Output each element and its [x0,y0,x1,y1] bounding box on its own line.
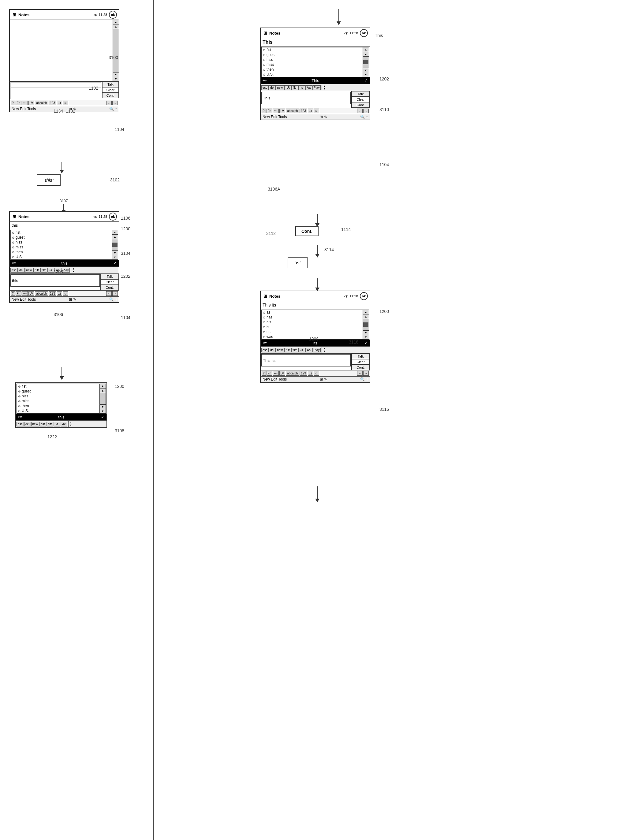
r2-scroll-up2[interactable]: ▲ [363,315,369,319]
sl-item[interactable]: ⊙U.S. [17,408,99,413]
r2-key-123[interactable]: 123 [299,371,307,376]
key-lv[interactable]: LV [28,101,35,105]
list-item[interactable]: ⊙hiss [11,240,112,245]
talk-button[interactable]: Talk [102,82,119,87]
r1-key-q[interactable]: ? [262,109,266,113]
device2r-input-box[interactable]: This its [262,354,351,367]
r1-key-smiley[interactable]: ☺ [314,109,319,113]
r1-word-text[interactable]: This [312,78,319,83]
r2-nav-arrow[interactable]: ↑ [366,377,368,381]
tb-scroll-down[interactable]: ▼ [71,270,76,273]
nav2-lock[interactable]: 🔍 [109,297,114,302]
r1-item[interactable]: ⊙hiss [262,57,362,62]
list-scroll-up[interactable]: ▲ [112,230,118,234]
device1-ok-button[interactable]: ok [109,11,117,19]
r2-filtr[interactable]: filtr [291,348,298,352]
sl-scroll-down[interactable]: ▼ [100,404,106,409]
nav-new[interactable]: New Edit Tools [12,107,36,111]
r2-item[interactable]: ⊙us [262,329,362,334]
r1-nav-grid[interactable]: ⊞ [320,115,323,119]
r2-del[interactable]: del [269,348,276,352]
r2-item[interactable]: ⊙his [262,320,362,324]
r2-scroll-dn[interactable]: ▼ [363,330,369,335]
r1-key-abc[interactable]: abcalph [286,109,299,113]
sl-tb-dn[interactable]: ▼ [69,424,73,427]
nav2-pencil[interactable]: ✎ [73,297,76,302]
r2-play[interactable]: Play [312,348,321,352]
sl-filtr[interactable]: filtr [47,422,53,426]
tb-new[interactable]: new [25,268,33,272]
clear-button-top[interactable]: Clear [102,87,119,93]
r1-scroll-dn[interactable]: ▼ [363,68,369,72]
nav-arrow-icon[interactable]: ↑ [115,107,117,111]
sl-del[interactable]: del [24,422,31,426]
sl-item[interactable]: ⊙fist [17,384,99,389]
r2-key-dots[interactable]: ••• [273,371,279,376]
tb-rut[interactable]: rUt [33,268,40,272]
scroll-down2-icon[interactable]: ▼ [113,77,119,81]
r2-clear-btn[interactable]: Clear [351,359,370,365]
scroll-up-icon[interactable]: ▲ [113,20,119,25]
sl-item[interactable]: ⊙then [17,403,99,408]
r1-aa[interactable]: Aa [306,85,312,90]
key-paren[interactable]: ..)​ [57,101,62,105]
r1-play[interactable]: Play [312,85,321,90]
r1-rut[interactable]: rUt [284,85,291,90]
list-item[interactable]: ⊙fist [11,230,112,235]
r1-item[interactable]: ⊙miss [262,62,362,67]
r1-s[interactable]: -s [298,85,305,90]
r1-talk-btn[interactable]: Talk [351,91,370,97]
key2-question[interactable]: ? [11,291,15,296]
r2-tb-dn[interactable]: ▼ [322,350,326,353]
r2-item[interactable]: ⊙as [262,310,362,315]
r1-item[interactable]: ⊙guest [262,52,362,57]
sl-item[interactable]: ⊙hiss [17,394,99,399]
r1-clear-btn[interactable]: Clear [351,97,370,102]
r2-cont-btn[interactable]: Cont. [351,365,370,370]
sl-new[interactable]: new [31,422,39,426]
r2-key-back[interactable]: ← [357,371,362,376]
r1-new[interactable]: new [276,85,284,90]
r2-key-fwd[interactable]: → [363,371,369,376]
r2-key-paren[interactable]: ..)​ [308,371,313,376]
word-input-text[interactable]: this [61,261,67,266]
r1-filtr[interactable]: filtr [291,85,298,90]
list-scroll-down[interactable]: ▼ [112,250,118,255]
nav2-grid[interactable]: ⊞ [69,297,72,302]
nav2-arrow[interactable]: ↑ [115,297,117,302]
nav-lock-icon[interactable]: 🔍 [109,107,114,111]
r1-item[interactable]: ⊙fist [262,47,362,52]
r2-s[interactable]: -s [298,348,305,352]
r1-nav-lock[interactable]: 🔍 [360,115,365,119]
list-item[interactable]: ⊙miss [11,245,112,250]
device1r-input-box[interactable]: This [262,92,351,104]
sl-word-text[interactable]: this [58,415,64,419]
key2-fn[interactable]: Fn [16,291,22,296]
r1-tb-up[interactable]: ▲ [322,85,326,88]
r1-del[interactable]: del [269,85,276,90]
list-item[interactable]: ⊙then [11,250,112,255]
r1-checkmark[interactable]: ✓ [364,78,368,83]
sl-s[interactable]: -s [54,422,60,426]
r1-key-back[interactable]: ← [357,109,362,113]
key2-dots[interactable]: ••• [22,291,28,296]
r2-rut[interactable]: rUt [284,348,291,352]
device2-ok-button[interactable]: ok [109,212,117,220]
r1-key-lv[interactable]: LV [279,109,285,113]
list-item[interactable]: ⊙U.S. [11,255,112,260]
key2-back[interactable]: ← [106,291,112,296]
key2-fwd[interactable]: → [112,291,118,296]
sl-checkmark[interactable]: ✓ [101,414,105,419]
r1-item[interactable]: ⊙then [262,67,362,72]
key2-smiley[interactable]: ☺ [63,291,68,296]
r2-talk-btn[interactable]: Talk [351,354,370,359]
r2-tb-up[interactable]: ▲ [322,347,326,350]
sl-item[interactable]: ⊙miss [17,399,99,403]
r1-key-paren[interactable]: ..)​ [308,109,313,113]
list-scroll-down2[interactable]: ▼ [112,255,118,260]
key-dots[interactable]: ••• [22,101,28,105]
talk-button-2[interactable]: Talk [101,274,119,279]
sl-item[interactable]: ⊙guest [17,389,99,394]
sl-rut[interactable]: rUt [39,422,46,426]
r2-nav-lock[interactable]: 🔍 [360,377,365,381]
